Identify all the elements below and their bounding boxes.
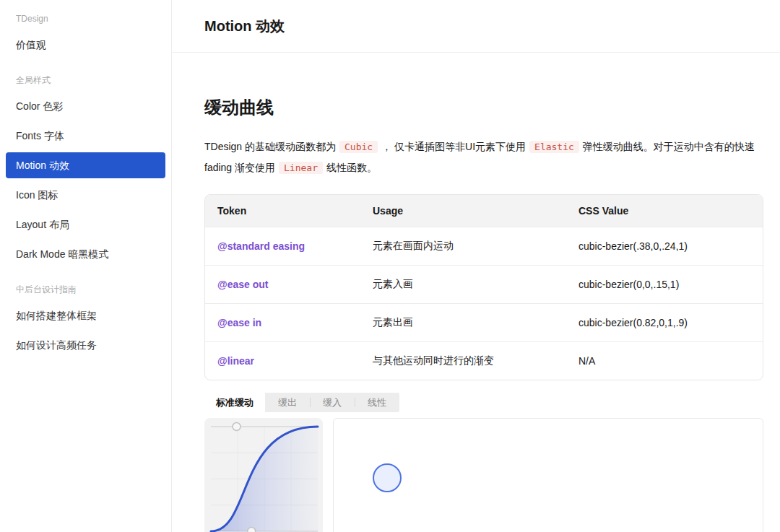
animation-ball	[373, 463, 402, 492]
bezier-curve-chart	[204, 418, 323, 532]
table-header-row: TokenUsageCSS Value	[205, 195, 763, 227]
table-row: @ease out元素入画cubic-bezier(0,0,.15,1)	[205, 266, 763, 304]
css-value-cell: cubic-bezier(0.82,0,1,.9)	[566, 304, 763, 342]
table-row: @linear与其他运动同时进行的渐变N/A	[205, 342, 763, 380]
intro-paragraph: TDesign 的基础缓动函数都为Cubic， 仅卡通插图等非UI元素下使用El…	[204, 136, 763, 178]
control-point-handle-p1[interactable]	[248, 528, 256, 532]
inline-code: Linear	[279, 162, 323, 174]
css-value-cell: cubic-bezier(0,0,.15,1)	[566, 266, 763, 304]
sidebar-item-motion[interactable]: Motion 动效	[6, 152, 165, 178]
inline-code: Cubic	[339, 141, 378, 153]
intro-text: ， 仅卡通插图等非UI元素下使用	[381, 141, 526, 152]
sidebar: TDesign价值观全局样式Color 色彩Fonts 字体Motion 动效I…	[0, 0, 172, 532]
token-name: @standard easing	[217, 240, 305, 252]
token-name: @linear	[217, 355, 254, 367]
css-value-cell: cubic-bezier(.38,0,.24,1)	[566, 227, 763, 266]
table-column-header: CSS Value	[566, 195, 763, 227]
tab-ease-in[interactable]: 缓入	[310, 393, 355, 412]
tab-standard[interactable]: 标准缓动	[204, 393, 265, 412]
control-point-handle-p2[interactable]	[233, 423, 240, 431]
sidebar-group-label: 全局样式	[6, 73, 165, 87]
easing-table: TokenUsageCSS Value @standard easing元素在画…	[204, 194, 763, 380]
sidebar-nav: TDesign价值观全局样式Color 色彩Fonts 字体Motion 动效I…	[6, 12, 165, 358]
demo-row	[204, 418, 763, 532]
sidebar-item-layout[interactable]: Layout 布局	[6, 212, 165, 237]
usage-cell: 与其他运动同时进行的渐变	[360, 342, 566, 380]
token-name: @ease out	[217, 279, 268, 290]
intro-text: TDesign 的基础缓动函数都为	[204, 141, 336, 152]
animation-demo-panel	[333, 418, 763, 532]
token-name: @ease in	[217, 317, 261, 328]
tab-ease-out[interactable]: 缓出	[265, 393, 310, 412]
sidebar-item-color[interactable]: Color 色彩	[6, 93, 165, 119]
usage-cell: 元素出画	[360, 304, 566, 342]
sidebar-group-label: TDesign	[6, 12, 165, 26]
sidebar-item-design-tasks[interactable]: 如何设计高频任务	[6, 332, 165, 358]
sidebar-item-values[interactable]: 价值观	[6, 32, 165, 58]
table-column-header: Token	[205, 195, 360, 227]
table-row: @standard easing元素在画面内运动cubic-bezier(.38…	[205, 227, 763, 266]
table-row: @ease in元素出画cubic-bezier(0.82,0,1,.9)	[205, 304, 763, 342]
tab-linear[interactable]: 线性	[355, 393, 399, 412]
sidebar-item-build-framework[interactable]: 如何搭建整体框架	[6, 302, 165, 328]
usage-cell: 元素在画面内运动	[360, 227, 566, 266]
section-title: 缓动曲线	[204, 96, 763, 119]
sidebar-group-label: 中后台设计指南	[6, 282, 165, 297]
usage-cell: 元素入画	[360, 266, 566, 304]
sidebar-item-icon[interactable]: Icon 图标	[6, 182, 165, 208]
css-value-cell: N/A	[566, 342, 763, 380]
page-title: Motion 动效	[204, 17, 285, 36]
easing-tabs: 标准缓动缓出缓入线性	[204, 393, 399, 412]
bezier-curve-panel	[204, 418, 323, 532]
page-header: Motion 动效	[172, 0, 780, 53]
sidebar-item-fonts[interactable]: Fonts 字体	[6, 123, 165, 149]
sidebar-item-dark-mode[interactable]: Dark Mode 暗黑模式	[6, 241, 165, 267]
main-area: Motion 动效 缓动曲线 TDesign 的基础缓动函数都为Cubic， 仅…	[172, 0, 780, 532]
table-column-header: Usage	[360, 195, 566, 227]
app: TDesign价值观全局样式Color 色彩Fonts 字体Motion 动效I…	[0, 0, 780, 532]
intro-text: 线性函数。	[326, 162, 377, 173]
content: 缓动曲线 TDesign 的基础缓动函数都为Cubic， 仅卡通插图等非UI元素…	[172, 96, 780, 532]
inline-code: Elastic	[529, 141, 579, 153]
